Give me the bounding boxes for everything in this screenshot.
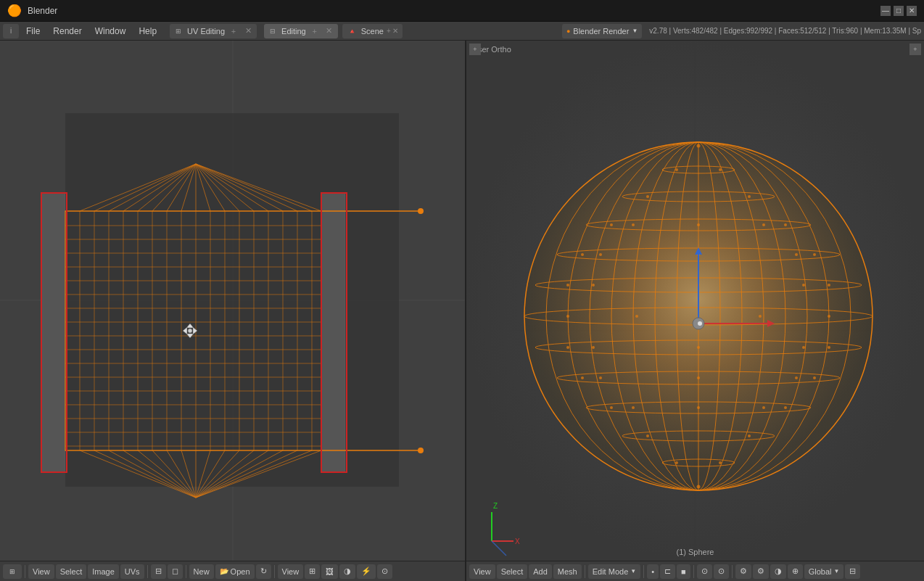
viewport-mesh-button[interactable]: Mesh	[553, 564, 582, 579]
svg-point-150	[795, 253, 798, 256]
viewport-add-button[interactable]: Add	[529, 564, 552, 579]
maximize-button[interactable]: □	[894, 6, 904, 16]
svg-rect-6	[41, 193, 65, 472]
render-menu[interactable]: Render	[47, 25, 87, 38]
snap-button[interactable]: ⊙	[714, 564, 729, 579]
scene-name: Scene	[361, 27, 384, 36]
extra-icon: ↻	[260, 566, 267, 576]
file-menu[interactable]: File	[20, 25, 46, 38]
bottom-bar: ⊞ View Select Image UVs ⊟ ◻ New 📂 Open	[0, 561, 924, 581]
info-button[interactable]: i	[3, 24, 19, 38]
uv-extra-button[interactable]: ↻	[256, 564, 271, 579]
svg-point-146	[697, 406, 700, 409]
viewport-corner-left[interactable]: +	[469, 44, 481, 55]
uv-view-mode[interactable]: View	[278, 564, 304, 579]
svg-point-149	[599, 253, 602, 256]
uv-display-mode[interactable]: ⊞	[305, 564, 320, 579]
face-mode-button[interactable]: ■	[677, 564, 690, 579]
uv-mode-button[interactable]: ⊞	[3, 564, 22, 579]
render-engine-selector[interactable]: ● Blender Render ▼	[562, 24, 642, 38]
window-menu[interactable]: Window	[89, 25, 132, 38]
global-button[interactable]: Global ▼	[804, 564, 844, 579]
svg-point-93	[188, 329, 192, 333]
viewport-canvas: X Z	[466, 41, 924, 561]
viewport-view-button[interactable]: View	[469, 564, 495, 579]
pivot-button[interactable]: ⊕	[788, 564, 803, 579]
workspace-icon: ⊞	[173, 25, 184, 37]
svg-point-118	[675, 168, 678, 171]
snap-icon: ⊙	[381, 566, 388, 576]
workspace-uv-editing[interactable]: ⊞ UV Editing + ✕	[170, 24, 257, 38]
status-text: v2.78 | Verts:482/482 | Edges:992/992 | …	[649, 27, 921, 35]
tools2-icon: ⚙	[757, 566, 764, 576]
snap-icon2: ⊙	[718, 566, 725, 576]
uv-mode-selector[interactable]: ⊟	[151, 564, 166, 579]
svg-point-160	[762, 406, 765, 409]
workspace-name: UV Editing	[187, 27, 225, 36]
scene-close-icon[interactable]: ✕	[392, 27, 398, 35]
scene-icon: 🔺	[347, 25, 358, 37]
svg-point-124	[581, 253, 584, 256]
svg-point-145	[697, 376, 700, 379]
svg-point-131	[828, 346, 830, 349]
uv-snap[interactable]: ⊙	[377, 564, 392, 579]
uv-select-button[interactable]: Select	[56, 564, 87, 579]
svg-text:Z: Z	[493, 502, 498, 510]
proportional-button[interactable]: ⊙	[697, 564, 712, 579]
workspace2-add-icon[interactable]: +	[309, 25, 321, 37]
face-icon: ■	[681, 567, 686, 576]
workspace-editing[interactable]: ⊟ Editing + ✕	[264, 24, 338, 38]
menu-bar: i File Render Window Help ⊞ UV Editing +…	[0, 22, 924, 41]
edge-icon: ⊏	[664, 566, 671, 576]
uv-toolbar: ⊞ View Select Image UVs ⊟ ◻ New 📂 Open	[0, 561, 466, 581]
main-area: X Z User Ortho (1) Sphere + +	[0, 41, 924, 561]
uv-open-button[interactable]: 📂 Open	[215, 564, 255, 579]
scene-add-icon[interactable]: +	[387, 27, 391, 35]
viewport-select-button[interactable]: Select	[497, 564, 528, 579]
svg-point-166	[698, 321, 702, 326]
svg-point-123	[784, 223, 787, 226]
svg-point-156	[802, 346, 805, 349]
vertex-mode-button[interactable]: •	[647, 564, 659, 579]
svg-point-157	[599, 376, 602, 379]
svg-point-51	[418, 448, 424, 453]
svg-text:X: X	[515, 537, 520, 545]
uv-image-button[interactable]: Image	[88, 564, 119, 579]
uv-uvs-button[interactable]: UVs	[120, 564, 144, 579]
uv-stretch-button[interactable]: ◻	[168, 564, 183, 579]
uv-view-button[interactable]: View	[28, 564, 54, 579]
uv-new-button[interactable]: New	[189, 564, 214, 579]
svg-point-133	[813, 376, 816, 379]
shading-button[interactable]: ◑	[770, 564, 786, 579]
viewport-panel: X Z User Ortho (1) Sphere + +	[466, 41, 924, 561]
close-button[interactable]: ✕	[907, 6, 917, 16]
render-engine-icon: ●	[566, 28, 570, 35]
minimize-button[interactable]: —	[880, 6, 891, 16]
separator-2	[147, 565, 148, 578]
uv-mode-icon: ⊞	[7, 566, 17, 577]
svg-point-120	[646, 195, 649, 198]
uv-mode-icon2: ⊟	[155, 566, 162, 576]
workspace-close-icon[interactable]: ✕	[242, 25, 254, 37]
uv-image-display[interactable]: 🖼	[321, 564, 338, 579]
uv-sync[interactable]: ⚡	[357, 564, 376, 579]
uv-shading[interactable]: ◑	[339, 564, 355, 579]
svg-point-121	[748, 195, 751, 198]
tools2-button[interactable]: ⚙	[753, 564, 769, 579]
tools-button[interactable]: ⚙	[735, 564, 751, 579]
workspace-add-icon[interactable]: +	[228, 25, 239, 37]
help-menu[interactable]: Help	[133, 25, 162, 38]
extra-viewport-button[interactable]: ⊟	[845, 564, 860, 579]
viewport-corner-right[interactable]: +	[909, 44, 921, 55]
sync-icon: ⚡	[361, 566, 371, 576]
scene-selector[interactable]: 🔺 Scene + ✕	[342, 24, 403, 38]
title-bar: 🟠 Blender — □ ✕	[0, 0, 924, 22]
edit-mode-button[interactable]: Edit Mode ▼	[588, 564, 640, 579]
viewport-toolbar: View Select Add Mesh Edit Mode ▼ • ⊏ ■ ⊙	[466, 561, 863, 581]
render-engine-dropdown-icon: ▼	[632, 28, 638, 34]
svg-point-132	[581, 376, 584, 379]
svg-point-134	[610, 406, 613, 409]
svg-point-130	[566, 346, 569, 349]
workspace2-close-icon[interactable]: ✕	[323, 25, 335, 37]
edge-mode-button[interactable]: ⊏	[660, 564, 675, 579]
